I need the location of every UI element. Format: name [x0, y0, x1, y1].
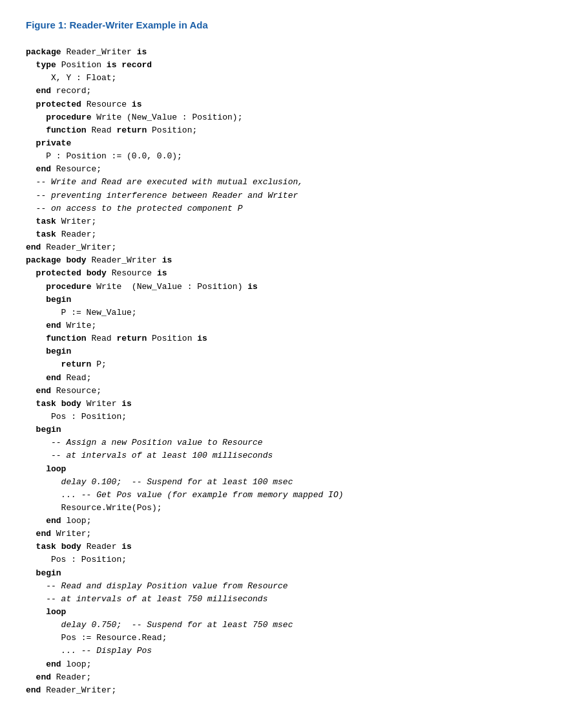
code-text: [26, 282, 46, 292]
code-keyword: end: [36, 164, 51, 174]
code-keyword: end: [26, 685, 41, 695]
code-keyword: procedure: [46, 282, 91, 292]
code-line: begin: [26, 294, 536, 306]
code-keyword: is: [121, 399, 132, 409]
code-keyword: package: [26, 47, 61, 57]
code-line: Pos := Resource.Read;: [26, 632, 536, 645]
code-text: Reader: [81, 542, 121, 551]
code-keyword: return: [116, 334, 147, 343]
code-text: loop;: [61, 516, 92, 526]
code-comment: -- Write and Read are executed with mutu…: [26, 177, 303, 187]
code-text: Resource;: [51, 164, 101, 174]
code-text: Reader;: [56, 230, 96, 239]
code-line: package body Reader_Writer is: [26, 254, 536, 267]
code-text: Write (New_Value : Position): [91, 282, 247, 292]
code-text: [26, 516, 46, 526]
code-keyword: begin: [46, 295, 71, 305]
code-text: [26, 125, 46, 135]
code-keyword: is: [197, 334, 207, 343]
code-keyword: type: [36, 60, 56, 70]
code-comment: -- Read and display Position value from …: [26, 581, 288, 591]
code-text: [81, 268, 87, 278]
code-line: -- Write and Read are executed with mutu…: [26, 176, 536, 189]
code-comment: -- on access to the protected component …: [26, 204, 242, 213]
code-line: protected body Resource is: [26, 267, 536, 280]
code-keyword: end: [26, 242, 41, 252]
code-line: end Reader;: [26, 671, 536, 684]
code-comment: delay 0.100; -- Suspend for at least 100…: [26, 477, 293, 487]
code-text: [26, 399, 36, 409]
code-keyword: protected: [36, 100, 81, 109]
code-text: Write;: [61, 321, 97, 330]
code-keyword: function: [46, 125, 86, 135]
code-text: Position: [56, 60, 107, 70]
code-text: Writer;: [51, 529, 91, 539]
code-keyword: begin: [36, 568, 61, 578]
code-keyword: task: [36, 217, 56, 226]
code-text: Write (New_Value : Position);: [91, 112, 242, 122]
code-line: -- on access to the protected component …: [26, 202, 536, 215]
code-keyword: end: [36, 386, 51, 396]
code-line: begin: [26, 567, 536, 580]
code-text: Read: [87, 334, 117, 343]
code-keyword: loop: [46, 464, 66, 474]
code-text: [26, 100, 36, 109]
code-comment: -- at intervals of at least 750 millisec…: [26, 594, 267, 604]
code-comment: -- preventing interference between Reade…: [26, 191, 298, 200]
code-text: [26, 359, 61, 369]
code-text: [26, 672, 36, 682]
code-text: [26, 464, 46, 474]
code-line: task Reader;: [26, 228, 536, 241]
code-keyword: body: [61, 542, 81, 551]
code-text: Position;: [147, 125, 197, 135]
code-text: Resource: [107, 268, 157, 278]
code-text: [26, 425, 36, 434]
code-line: package Reader_Writer is: [26, 46, 536, 59]
code-text: [56, 399, 61, 409]
code-keyword: is: [107, 60, 117, 70]
code-line: protected Resource is: [26, 98, 536, 111]
code-text: [26, 230, 36, 239]
code-text: [26, 373, 46, 383]
code-text: [26, 347, 46, 356]
code-text: [26, 217, 36, 226]
code-keyword: end: [36, 529, 51, 539]
code-line: begin: [26, 345, 536, 358]
code-keyword: task: [36, 542, 56, 551]
code-comment: ... -- Get Pos value (for example from m…: [26, 490, 343, 500]
code-keyword: end: [36, 672, 51, 682]
code-text: Reader_Writer;: [41, 242, 116, 252]
code-line: Pos : Position;: [26, 411, 536, 423]
code-line: procedure Write (New_Value : Position);: [26, 111, 536, 124]
code-keyword: task: [36, 230, 56, 239]
code-keyword: function: [46, 334, 86, 343]
code-line: function Read return Position;: [26, 124, 536, 137]
code-line: -- preventing interference between Reade…: [26, 189, 536, 202]
code-text: Resource: [81, 100, 132, 109]
code-line: begin: [26, 423, 536, 436]
code-keyword: package: [26, 255, 61, 265]
code-line: delay 0.750; -- Suspend for at least 750…: [26, 619, 536, 632]
code-keyword: is: [121, 542, 132, 551]
code-line: -- at intervals of at least 100 millisec…: [26, 449, 536, 462]
code-line: private: [26, 137, 536, 150]
code-keyword: body: [87, 268, 107, 278]
code-line: Resource.Write(Pos);: [26, 502, 536, 515]
code-text: Writer: [81, 399, 121, 409]
code-line: Pos : Position;: [26, 553, 536, 566]
code-line: return P;: [26, 358, 536, 371]
code-keyword: end: [46, 321, 61, 330]
code-block: package Reader_Writer is type Position i…: [26, 46, 536, 697]
code-line: P := New_Value;: [26, 306, 536, 319]
code-text: Reader_Writer: [87, 255, 162, 265]
code-text: record;: [51, 86, 91, 96]
code-text: Reader_Writer;: [41, 685, 116, 695]
code-keyword: return: [61, 359, 92, 369]
code-keyword: record: [121, 60, 152, 70]
code-line: loop: [26, 463, 536, 476]
code-text: [56, 542, 61, 551]
code-keyword: end: [46, 516, 61, 526]
code-keyword: body: [61, 399, 81, 409]
code-text: loop;: [61, 659, 92, 669]
code-keyword: body: [66, 255, 86, 265]
